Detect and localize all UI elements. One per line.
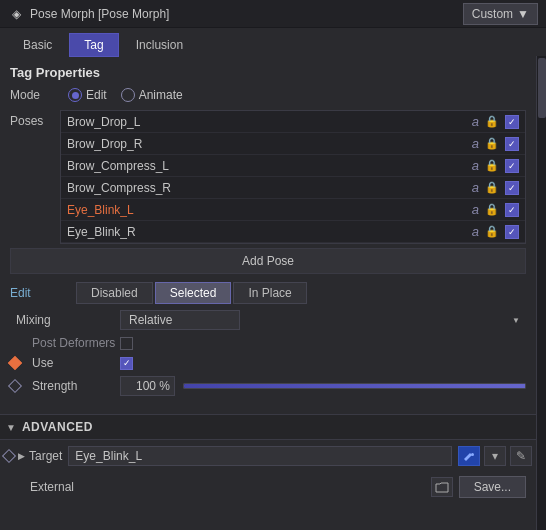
edit-buttons-group: Disabled Selected In Place	[76, 282, 526, 304]
edit-selected-button[interactable]: Selected	[155, 282, 232, 304]
mixing-label: Mixing	[10, 313, 120, 327]
edit-disabled-button[interactable]: Disabled	[76, 282, 153, 304]
post-deformers-checkbox[interactable]	[120, 337, 133, 350]
mode-animate-radio[interactable]: Animate	[121, 88, 183, 102]
pose-icons: a 🔒	[472, 202, 519, 217]
mode-edit-radio[interactable]: Edit	[68, 88, 107, 102]
lock-icon: 🔒	[485, 181, 499, 194]
target-folder-icon[interactable]: ▾	[484, 446, 506, 466]
advanced-header[interactable]: ▼ ADVANCED	[0, 414, 536, 440]
expand-arrow-icon: ▶	[18, 451, 25, 461]
edit-row-label: Edit	[10, 286, 70, 300]
pose-checkbox[interactable]	[505, 115, 519, 129]
preset-label: Custom	[472, 7, 513, 21]
section-title: Tag Properties	[10, 65, 526, 80]
target-icons: ▾ ✎	[458, 446, 532, 466]
list-item[interactable]: Brow_Compress_L a 🔒	[61, 155, 525, 177]
strength-label-area: Strength	[10, 379, 120, 393]
edit-inplace-button[interactable]: In Place	[233, 282, 306, 304]
list-item[interactable]: Eye_Blink_R a 🔒	[61, 221, 525, 243]
add-pose-button[interactable]: Add Pose	[10, 248, 526, 274]
pose-name: Brow_Compress_L	[67, 159, 472, 173]
pose-name: Brow_Drop_R	[67, 137, 472, 151]
lock-icon: 🔒	[485, 159, 499, 172]
use-label-area: Use	[10, 356, 120, 370]
scrollbar[interactable]	[536, 56, 546, 530]
edit-radio-circle	[68, 88, 82, 102]
strength-slider-bg	[183, 383, 526, 389]
target-diamond-icon	[2, 449, 16, 463]
strength-slider-fill	[184, 384, 525, 388]
pose-name: Eye_Blink_L	[67, 203, 472, 217]
pose-a-icon: a	[472, 136, 479, 151]
list-item[interactable]: Brow_Drop_R a 🔒	[61, 133, 525, 155]
pose-a-icon: a	[472, 202, 479, 217]
external-folder-icon[interactable]	[431, 477, 453, 497]
use-checkbox[interactable]	[120, 357, 133, 370]
pose-checkbox[interactable]	[505, 203, 519, 217]
edit-radio-label: Edit	[86, 88, 107, 102]
pose-icons: a 🔒	[472, 114, 519, 129]
animate-radio-circle	[121, 88, 135, 102]
pose-checkbox[interactable]	[505, 159, 519, 173]
advanced-label: ADVANCED	[22, 420, 93, 434]
dropdown-arrow-icon: ▼	[517, 7, 529, 21]
pose-icons: a 🔒	[472, 224, 519, 239]
save-button[interactable]: Save...	[459, 476, 526, 498]
pose-checkbox[interactable]	[505, 181, 519, 195]
external-row: External Save...	[0, 472, 536, 502]
strength-slider-container	[183, 383, 526, 389]
pose-a-icon: a	[472, 224, 479, 239]
pose-checkbox[interactable]	[505, 137, 519, 151]
svg-point-0	[471, 453, 474, 456]
tab-basic[interactable]: Basic	[8, 33, 67, 57]
pose-name: Eye_Blink_R	[67, 225, 472, 239]
edit-row: Edit Disabled Selected In Place	[10, 282, 526, 304]
window-title: Pose Morph [Pose Morph]	[30, 7, 463, 21]
lock-icon: 🔒	[485, 225, 499, 238]
main-wrapper: Basic Tag Inclusion Tag Properties Mode …	[0, 28, 546, 530]
lock-icon: 🔒	[485, 115, 499, 128]
target-input[interactable]	[68, 446, 452, 466]
mode-radio-group: Edit Animate	[68, 88, 183, 102]
lock-icon: 🔒	[485, 203, 499, 216]
pose-a-icon: a	[472, 114, 479, 129]
strength-row: Strength	[10, 376, 526, 396]
animate-radio-label: Animate	[139, 88, 183, 102]
preset-dropdown[interactable]: Custom ▼	[463, 3, 538, 25]
post-deformers-row: Post Deformers	[10, 336, 526, 350]
pose-checkbox[interactable]	[505, 225, 519, 239]
mixing-select[interactable]: Relative	[120, 310, 240, 330]
pose-icons: a 🔒	[472, 158, 519, 173]
list-item[interactable]: Brow_Compress_R a 🔒	[61, 177, 525, 199]
target-paint-icon[interactable]	[458, 446, 480, 466]
collapse-arrow-icon: ▼	[6, 422, 16, 433]
use-label: Use	[26, 356, 53, 370]
target-label: Target	[29, 449, 62, 463]
poses-list: Brow_Drop_L a 🔒 Brow_Drop_R a 🔒	[60, 110, 526, 244]
pose-a-icon: a	[472, 158, 479, 173]
pose-name: Brow_Drop_L	[67, 115, 472, 129]
strength-input[interactable]	[120, 376, 175, 396]
pose-name: Brow_Compress_R	[67, 181, 472, 195]
list-item[interactable]: Eye_Blink_L a 🔒	[61, 199, 525, 221]
tag-properties-panel: Tag Properties Mode Edit Animate Po	[0, 57, 536, 414]
title-bar: ◈ Pose Morph [Pose Morph] Custom ▼	[0, 0, 546, 28]
poses-label: Poses	[10, 110, 60, 244]
target-row: ▶ Target ▾ ✎	[0, 446, 536, 466]
list-item[interactable]: Brow_Drop_L a 🔒	[61, 111, 525, 133]
main-content: Basic Tag Inclusion Tag Properties Mode …	[0, 28, 536, 502]
tab-tag[interactable]: Tag	[69, 33, 118, 57]
external-label: External	[30, 480, 431, 494]
strength-label: Strength	[26, 379, 77, 393]
mode-label: Mode	[10, 88, 60, 102]
pose-icons: a 🔒	[472, 180, 519, 195]
pose-icons: a 🔒	[472, 136, 519, 151]
pose-morph-icon: ◈	[8, 6, 24, 22]
lock-icon: 🔒	[485, 137, 499, 150]
target-edit-icon[interactable]: ✎	[510, 446, 532, 466]
tabs-bar: Basic Tag Inclusion	[0, 28, 536, 57]
tab-inclusion[interactable]: Inclusion	[121, 33, 198, 57]
poses-row: Poses Brow_Drop_L a 🔒 Brow_Drop_R a	[10, 110, 526, 244]
mode-row: Mode Edit Animate	[10, 88, 526, 102]
